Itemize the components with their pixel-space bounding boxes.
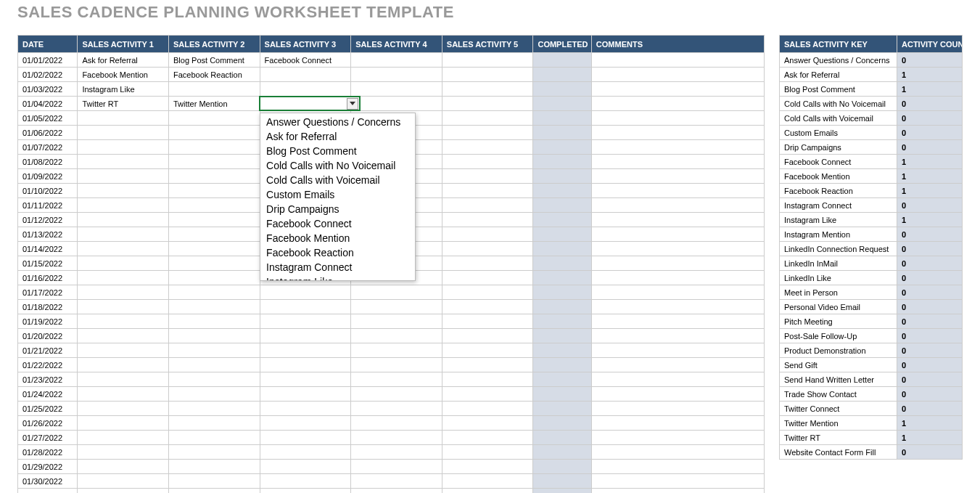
cell-activity4[interactable] xyxy=(351,416,442,431)
cell-date[interactable]: 01/12/2022 xyxy=(18,213,78,227)
cell-activity3[interactable] xyxy=(260,285,351,300)
cell-activity5[interactable] xyxy=(442,169,533,184)
cell-comments[interactable] xyxy=(591,300,764,314)
cell-activity5[interactable] xyxy=(442,431,533,445)
cell-comments[interactable] xyxy=(591,343,764,358)
key-name[interactable]: Cold Calls with Voicemail xyxy=(780,111,897,126)
cell-activity3[interactable] xyxy=(260,314,351,329)
cell-activity3[interactable] xyxy=(260,300,351,314)
cell-activity5[interactable] xyxy=(442,68,533,82)
cell-activity1[interactable] xyxy=(78,285,169,300)
cell-activity4[interactable] xyxy=(351,300,442,314)
cell-activity2[interactable] xyxy=(169,460,260,474)
cell-date[interactable]: 01/05/2022 xyxy=(18,111,78,126)
cell-activity1[interactable] xyxy=(78,416,169,431)
cell-activity5[interactable] xyxy=(442,460,533,474)
cell-activity3[interactable] xyxy=(260,489,351,494)
cell-date[interactable]: 01/20/2022 xyxy=(18,329,78,343)
cell-activity2[interactable] xyxy=(169,213,260,227)
cell-date[interactable]: 01/08/2022 xyxy=(18,155,78,169)
cell-activity4[interactable] xyxy=(351,358,442,372)
cell-activity5[interactable] xyxy=(442,155,533,169)
key-name[interactable]: LinkedIn Like xyxy=(780,271,897,285)
cell-activity3[interactable]: Facebook Connect xyxy=(260,53,351,68)
cell-activity1[interactable] xyxy=(78,126,169,140)
cell-date[interactable]: 01/06/2022 xyxy=(18,126,78,140)
key-name[interactable]: Twitter Connect xyxy=(780,402,897,416)
cell-activity4[interactable] xyxy=(351,474,442,489)
cell-activity2[interactable] xyxy=(169,474,260,489)
cell-comments[interactable] xyxy=(591,140,764,155)
dropdown-option[interactable]: Facebook Mention xyxy=(260,231,415,245)
cell-activity5[interactable] xyxy=(442,256,533,271)
cell-completed[interactable] xyxy=(533,416,591,431)
key-name[interactable]: Meet in Person xyxy=(780,285,897,300)
cell-activity5[interactable] xyxy=(442,271,533,285)
cell-completed[interactable] xyxy=(533,474,591,489)
cell-comments[interactable] xyxy=(591,474,764,489)
key-count[interactable]: 0 xyxy=(897,227,963,242)
cell-comments[interactable] xyxy=(591,242,764,256)
cell-comments[interactable] xyxy=(591,460,764,474)
key-name[interactable]: Answer Questions / Concerns xyxy=(780,53,897,68)
cell-activity4[interactable] xyxy=(351,489,442,494)
key-count[interactable]: 0 xyxy=(897,300,963,314)
cell-date[interactable]: 01/16/2022 xyxy=(18,271,78,285)
cell-completed[interactable] xyxy=(533,242,591,256)
cell-activity3[interactable] xyxy=(260,402,351,416)
cell-date[interactable]: 01/15/2022 xyxy=(18,256,78,271)
key-name[interactable]: Website Contact Form Fill xyxy=(780,445,897,460)
cell-completed[interactable] xyxy=(533,53,591,68)
cell-activity3[interactable] xyxy=(260,68,351,82)
cell-activity1[interactable] xyxy=(78,111,169,126)
cell-activity1[interactable] xyxy=(78,445,169,460)
cell-activity1[interactable]: Twitter RT xyxy=(78,97,169,111)
cell-activity2[interactable] xyxy=(169,126,260,140)
dropdown-option[interactable]: Answer Questions / Concerns xyxy=(260,115,415,129)
dropdown-option[interactable]: Facebook Connect xyxy=(260,216,415,231)
cell-activity1[interactable] xyxy=(78,155,169,169)
cell-date[interactable]: 01/17/2022 xyxy=(18,285,78,300)
dropdown-option[interactable]: Instagram Connect xyxy=(260,260,415,274)
cell-comments[interactable] xyxy=(591,126,764,140)
cell-date[interactable]: 01/23/2022 xyxy=(18,372,78,387)
cell-comments[interactable] xyxy=(591,445,764,460)
cell-date[interactable]: 01/28/2022 xyxy=(18,445,78,460)
key-count[interactable]: 0 xyxy=(897,402,963,416)
key-name[interactable]: Drip Campaigns xyxy=(780,140,897,155)
cell-activity5[interactable] xyxy=(442,300,533,314)
cell-activity2[interactable] xyxy=(169,300,260,314)
cell-activity4[interactable] xyxy=(351,314,442,329)
cell-comments[interactable] xyxy=(591,285,764,300)
cell-comments[interactable] xyxy=(591,111,764,126)
cell-completed[interactable] xyxy=(533,140,591,155)
key-name[interactable]: Trade Show Contact xyxy=(780,387,897,402)
key-count[interactable]: 0 xyxy=(897,256,963,271)
cell-activity3[interactable] xyxy=(260,82,351,97)
cell-comments[interactable] xyxy=(591,155,764,169)
cell-completed[interactable] xyxy=(533,358,591,372)
cell-comments[interactable] xyxy=(591,213,764,227)
key-name[interactable]: Product Demonstration xyxy=(780,343,897,358)
cell-activity5[interactable] xyxy=(442,285,533,300)
key-count[interactable]: 1 xyxy=(897,184,963,198)
cell-activity3[interactable] xyxy=(260,445,351,460)
key-name[interactable]: Facebook Mention xyxy=(780,169,897,184)
cell-activity3[interactable] xyxy=(260,387,351,402)
cell-activity5[interactable] xyxy=(442,82,533,97)
dropdown-option[interactable]: Facebook Reaction xyxy=(260,245,415,260)
key-count[interactable]: 0 xyxy=(897,242,963,256)
cell-completed[interactable] xyxy=(533,68,591,82)
cell-activity1[interactable] xyxy=(78,140,169,155)
cell-activity1[interactable] xyxy=(78,198,169,213)
cell-activity4[interactable] xyxy=(351,460,442,474)
cell-completed[interactable] xyxy=(533,97,591,111)
cell-activity2[interactable] xyxy=(169,256,260,271)
cell-activity4[interactable] xyxy=(351,82,442,97)
cell-activity2[interactable] xyxy=(169,169,260,184)
cell-activity1[interactable] xyxy=(78,169,169,184)
cell-completed[interactable] xyxy=(533,184,591,198)
cell-activity2[interactable] xyxy=(169,343,260,358)
cell-activity3[interactable] xyxy=(260,358,351,372)
cell-activity2[interactable] xyxy=(169,155,260,169)
